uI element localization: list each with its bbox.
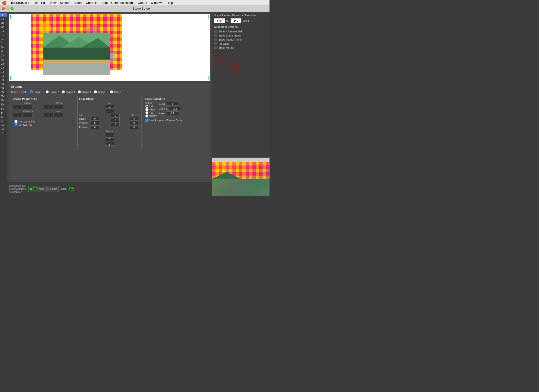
sidebar-item-8[interactable]: Au [0, 46, 7, 49]
stage-4-radio[interactable]: Stage 4 [78, 90, 91, 93]
cp-top-left-y[interactable] [23, 105, 32, 109]
eb-right-rotation[interactable] [130, 125, 138, 129]
sidebar-item-14[interactable]: Co [0, 70, 7, 74]
menu-controls[interactable]: Controls [86, 1, 97, 5]
sidebar-item-2[interactable]: Vid [0, 21, 7, 25]
horizontal-flip-label: Horizontal Flip [18, 120, 35, 123]
eb-position-label: Position [79, 122, 90, 124]
sidebar-item-25[interactable]: 50 [0, 115, 7, 119]
app-menu[interactable]: IsadoraCore [11, 1, 29, 5]
stage-2-radio[interactable]: Stage 2 [46, 90, 59, 93]
show-stage-checkbox[interactable] [214, 34, 217, 37]
show-image-checkbox[interactable] [214, 38, 217, 41]
menu-actors[interactable]: Actors [74, 1, 83, 5]
eb-left-position[interactable] [91, 121, 99, 125]
sidebar-item-11[interactable]: Mc [0, 58, 7, 61]
sidebar-item-22[interactable]: 3D [0, 103, 7, 106]
thumbnail-width-input[interactable] [214, 18, 225, 23]
sidebar-item-1[interactable]: Ge [0, 17, 7, 21]
eb-bottom-1[interactable] [105, 133, 114, 137]
vertical-flip-checkbox[interactable] [14, 123, 18, 126]
menu-input[interactable]: Input [101, 1, 108, 5]
cp-top-left-x[interactable] [13, 105, 22, 109]
sidebar-item-28[interactable]: 5w [0, 127, 7, 131]
eb-top-label: top [108, 102, 111, 104]
cp-top-right-x[interactable] [44, 105, 53, 109]
sidebar-item-18[interactable]: 3D [0, 86, 7, 90]
sidebar-item-13[interactable]: Co [0, 66, 7, 70]
close-button[interactable] [2, 7, 5, 10]
ec-bottom-radio[interactable]: Bottom [145, 114, 157, 117]
menu-scenes[interactable]: Scenes [60, 1, 70, 5]
sidebar-item-10[interactable]: Ge [0, 54, 7, 57]
eb-center-3[interactable] [111, 122, 120, 126]
eb-left-rotation[interactable] [91, 125, 99, 129]
ec-use-sharpness-row: Use Sharpness/Gamma Curve [145, 119, 206, 122]
cp-top-right-y[interactable] [54, 105, 63, 109]
ec-right-radio[interactable]: Right [145, 108, 157, 111]
eb-left-width[interactable] [91, 117, 99, 121]
menu-help[interactable]: Help [166, 1, 173, 5]
stage-3-radio[interactable]: Stage 3 [62, 90, 75, 93]
apple-menu[interactable]: 🍎 [2, 0, 7, 5]
eb-center-1[interactable] [111, 114, 120, 118]
sidebar-item-20[interactable]: 3D [0, 95, 7, 98]
menu-view[interactable]: View [50, 1, 56, 5]
stage-1-radio[interactable]: Stage 1 [30, 90, 43, 93]
cp-bottom-right-x[interactable] [44, 113, 53, 117]
sidebar-item-12[interactable]: Ca [0, 62, 7, 66]
eb-right-position[interactable] [130, 121, 138, 125]
stage-5-radio[interactable]: Stage 5 [94, 90, 107, 93]
sidebar-item-15[interactable]: Us [0, 74, 7, 78]
ec-curve-input[interactable] [166, 102, 178, 106]
eb-bottom-2[interactable] [105, 137, 114, 141]
sidebar-item-19[interactable]: 3D [0, 91, 7, 94]
sidebar-item-23[interactable]: 3is [0, 107, 7, 110]
sidebar-item-4[interactable]: Co [0, 29, 7, 33]
sidebar-item-17[interactable]: 3D [0, 82, 7, 86]
ec-top-radio[interactable]: Top [145, 111, 157, 114]
sidebar-item-5[interactable]: Qu [0, 33, 7, 37]
ec-left-radio[interactable]: Left [145, 105, 157, 108]
menu-edit[interactable]: Edit [41, 1, 46, 5]
ec-knee-input[interactable] [166, 111, 178, 115]
sidebar-item-6[interactable]: Fre [0, 37, 7, 41]
menu-file[interactable]: File [33, 1, 38, 5]
sidebar-item-29[interactable]: 60 [0, 131, 7, 135]
menu-communications[interactable]: Communications [111, 1, 135, 5]
cp-bottom-left-y[interactable] [23, 113, 32, 117]
show-grid-checkbox[interactable] [214, 30, 217, 33]
maximize-button[interactable] [11, 7, 13, 10]
fill-white-checkbox[interactable] [214, 42, 217, 45]
horizontal-flip-checkbox[interactable] [14, 120, 18, 123]
minimize-button[interactable] [6, 7, 9, 10]
sidebar-item-all[interactable]: All [0, 13, 7, 17]
eb-right-width[interactable] [130, 117, 138, 121]
window-title: Stage Setup [15, 7, 268, 10]
sidebar-item-27[interactable]: 5w [0, 123, 7, 127]
mini-close[interactable] [213, 159, 215, 161]
eb-bottom-3[interactable] [105, 142, 114, 146]
cp-bottom-left-x[interactable] [13, 113, 22, 117]
ec-gamma-input[interactable] [169, 107, 181, 110]
thumbnail-height-input[interactable] [231, 18, 241, 23]
sidebar-item-21[interactable]: 3D [0, 99, 7, 102]
track-mouse-checkbox[interactable] [214, 46, 217, 49]
ec-curve-label: Curve [159, 103, 165, 105]
sidebar-item-9[interactable]: MI [0, 50, 7, 53]
bottom-bar: acidabstractart acidflowerbloom acidhapp… [7, 182, 212, 196]
sidebar-item-3[interactable]: Vid [0, 25, 7, 29]
stage-6-radio[interactable]: Stage 6 [110, 90, 123, 93]
menu-windows[interactable]: Windows [151, 1, 163, 5]
eb-center-2[interactable] [111, 118, 120, 122]
use-sharpness-checkbox[interactable] [145, 119, 148, 122]
sidebar-item-7[interactable]: GL [0, 42, 7, 45]
track-mouse-label: Track Mouse [219, 46, 234, 49]
sidebar-item-26[interactable]: 50 [0, 119, 7, 123]
cp-bottom-right-y[interactable] [54, 113, 63, 117]
menu-output[interactable]: Output [138, 1, 147, 5]
sidebar-item-16[interactable]: 3D [0, 78, 7, 82]
eb-top-2[interactable] [105, 109, 114, 113]
eb-top-1[interactable] [105, 105, 114, 109]
sidebar-item-24[interactable]: 3n [0, 111, 7, 115]
